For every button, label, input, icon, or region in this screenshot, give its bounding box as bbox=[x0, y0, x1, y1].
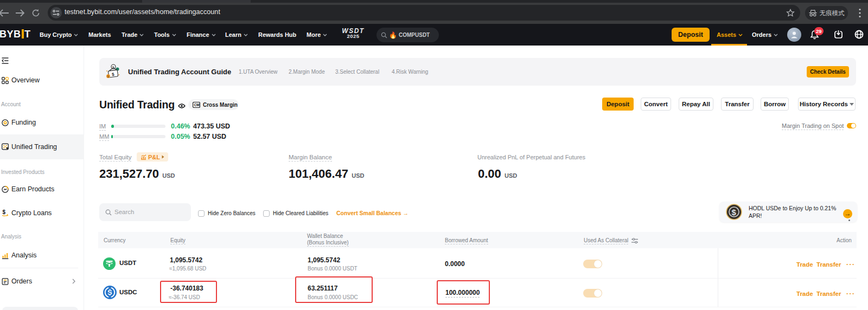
svg-text:$: $ bbox=[3, 209, 6, 215]
svg-text:$: $ bbox=[107, 75, 109, 78]
svg-text:$: $ bbox=[732, 208, 737, 217]
svg-text:CM: CM bbox=[194, 103, 200, 107]
